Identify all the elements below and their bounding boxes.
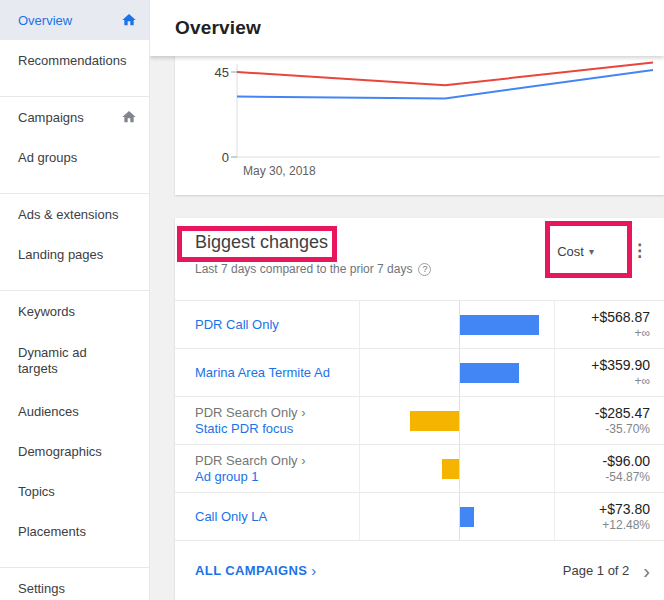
change-bar [410, 411, 459, 431]
sidebar-item-label: Ad groups [18, 150, 77, 165]
change-bar [460, 363, 519, 383]
change-bar [442, 459, 459, 479]
change-value: -$285.47 [595, 405, 650, 422]
change-value: +$359.90 [591, 357, 650, 374]
ad-group-link[interactable]: Static PDR focus [195, 421, 349, 437]
page-title: Overview [175, 17, 261, 39]
main-content: Overview 45 0 May 30, 2018 Biggest chang… [150, 0, 664, 600]
sidebar-nav: Overview Recommendations Campaigns Ad gr… [0, 0, 150, 600]
campaign-link[interactable]: Marina Area Termite Ad [195, 365, 349, 381]
change-row: Marina Area Termite Ad +$359.90 +∞ [175, 348, 664, 396]
change-bar-cell [360, 445, 555, 492]
sidebar-item-ads-extensions[interactable]: Ads & extensions [0, 194, 149, 234]
biggest-changes-table: PDR Call Only +$568.87 +∞ Marina Area Te… [175, 300, 664, 540]
sidebar-item-keywords[interactable]: Keywords [0, 291, 149, 331]
overflow-menu-icon[interactable]: ⋮ [631, 240, 648, 261]
pagination-label: Page 1 of 2 [563, 563, 630, 578]
chevron-right-icon: › [311, 562, 316, 579]
sidebar-item-overview[interactable]: Overview [0, 0, 149, 40]
sidebar-item-ad-groups[interactable]: Ad groups [0, 137, 149, 177]
change-row: PDR Call Only +$568.87 +∞ [175, 300, 664, 348]
x-axis-tick-label: May 30, 2018 [243, 164, 316, 178]
change-delta: -54.87% [605, 470, 650, 485]
value-cell: +$568.87 +∞ [555, 301, 664, 348]
change-value: +$73.80 [599, 501, 650, 518]
sidebar-item-label: Settings [18, 581, 65, 596]
sidebar-item-landing-pages[interactable]: Landing pages [0, 234, 149, 274]
sidebar-item-demographics[interactable]: Demographics [0, 431, 149, 471]
overview-trend-chart-card: 45 0 May 30, 2018 [175, 56, 664, 195]
value-cell: +$73.80 +12.48% [555, 493, 664, 540]
page-header: Overview [150, 0, 664, 56]
sidebar-item-placements[interactable]: Placements [0, 511, 149, 551]
change-bar [460, 315, 539, 335]
next-page-chevron-icon[interactable]: › [643, 561, 650, 581]
change-delta: +∞ [634, 326, 650, 341]
sidebar-item-label: Placements [18, 524, 86, 539]
sidebar-item-label: Topics [18, 484, 55, 499]
change-value: +$568.87 [591, 309, 650, 326]
cost-metric-dropdown[interactable]: Cost ▾ [557, 244, 594, 259]
change-delta: +12.48% [602, 518, 650, 533]
sidebar-item-label: Landing pages [18, 247, 103, 262]
change-delta: +∞ [634, 374, 650, 389]
value-cell: -$285.47 -35.70% [555, 397, 664, 444]
sidebar-item-label: Recommendations [18, 53, 126, 68]
change-bar-cell [360, 493, 555, 540]
campaign-cell: Call Only LA [175, 493, 360, 540]
sidebar-item-label: Campaigns [18, 110, 84, 125]
campaign-path-prefix: PDR Search Only › [195, 453, 349, 469]
sidebar-item-campaigns[interactable]: Campaigns [0, 97, 149, 137]
home-icon [121, 109, 137, 125]
sidebar-item-label: Keywords [18, 304, 75, 319]
pagination: Page 1 of 2 › [563, 561, 650, 581]
campaign-cell: PDR Search Only › Static PDR focus [175, 397, 360, 444]
sidebar-item-label: Ads & extensions [18, 207, 118, 222]
value-cell: +$359.90 +∞ [555, 349, 664, 396]
change-bar-cell [360, 349, 555, 396]
change-bar-cell [360, 301, 555, 348]
biggest-changes-header: Biggest changes Last 7 days compared to … [175, 218, 664, 300]
biggest-changes-subtitle: Last 7 days compared to the prior 7 days [195, 262, 412, 276]
sidebar-item-topics[interactable]: Topics [0, 471, 149, 511]
home-icon [121, 12, 137, 28]
biggest-changes-subtitle-row: Last 7 days compared to the prior 7 days… [195, 262, 644, 276]
all-campaigns-label: ALL CAMPAIGNS [195, 563, 307, 578]
campaign-link[interactable]: PDR Call Only [195, 317, 349, 333]
campaign-path-prefix: PDR Search Only › [195, 405, 349, 421]
metric-dropdown-label: Cost [557, 244, 584, 259]
campaign-cell: PDR Call Only [175, 301, 360, 348]
change-bar [460, 507, 474, 527]
sidebar-item-label: Dynamic ad targets [18, 345, 104, 377]
biggest-changes-card: Biggest changes Last 7 days compared to … [175, 218, 664, 600]
all-campaigns-link[interactable]: ALL CAMPAIGNS › [195, 562, 317, 579]
biggest-changes-footer: ALL CAMPAIGNS › Page 1 of 2 › [175, 540, 664, 600]
change-delta: -35.70% [605, 422, 650, 437]
change-row: PDR Search Only › Ad group 1 -$96.00 -54… [175, 444, 664, 492]
sidebar-item-label: Demographics [18, 444, 102, 459]
campaign-cell: Marina Area Termite Ad [175, 349, 360, 396]
sidebar-item-audiences[interactable]: Audiences [0, 391, 149, 431]
value-cell: -$96.00 -54.87% [555, 445, 664, 492]
change-row: PDR Search Only › Static PDR focus -$285… [175, 396, 664, 444]
sidebar-item-recommendations[interactable]: Recommendations [0, 40, 149, 80]
help-icon[interactable]: ? [418, 263, 431, 276]
sidebar-item-label: Audiences [18, 404, 79, 419]
sidebar-item-label: Overview [18, 13, 72, 28]
ad-group-link[interactable]: Ad group 1 [195, 469, 349, 485]
change-value: -$96.00 [603, 453, 650, 470]
campaign-link[interactable]: Call Only LA [195, 509, 349, 525]
chevron-down-icon: ▾ [589, 246, 594, 257]
sidebar-item-dynamic-ad-targets[interactable]: Dynamic ad targets [0, 331, 149, 391]
sidebar-item-settings[interactable]: Settings [0, 568, 149, 600]
change-bar-cell [360, 397, 555, 444]
campaign-cell: PDR Search Only › Ad group 1 [175, 445, 360, 492]
change-row: Call Only LA +$73.80 +12.48% [175, 492, 664, 540]
